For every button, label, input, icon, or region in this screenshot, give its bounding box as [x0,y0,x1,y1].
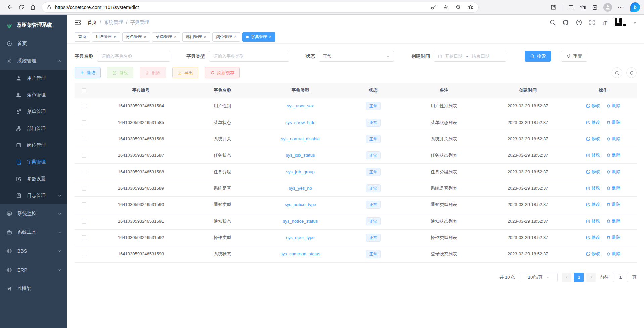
sidebar-item-menu-mgmt[interactable]: 菜单管理 [0,103,67,120]
row-edit-button[interactable]: 修改 [586,251,600,257]
sidebar-item-bbs[interactable]: BBS [0,242,67,261]
dict-type-link[interactable]: sys_oper_type [286,235,315,240]
yi-logo-avatar[interactable] [614,18,626,27]
add-button[interactable]: 新增 [75,67,101,78]
chevron-down-icon[interactable] [633,21,637,25]
tab-role-mgmt[interactable]: 角色管理× [122,32,150,42]
row-delete-button[interactable]: 删除 [606,201,621,207]
row-checkbox[interactable] [82,219,86,224]
tab-dict-mgmt[interactable]: 字典管理× [242,32,275,42]
refresh-table-button[interactable] [626,67,637,78]
dict-type-link[interactable]: sys_common_status [280,251,320,256]
search-button[interactable]: 搜索 [525,51,551,62]
fullscreen-icon[interactable] [589,19,595,26]
page-size-select[interactable]: 10条/页 [520,273,558,282]
zoom-out-icon[interactable] [456,4,461,10]
row-checkbox[interactable] [82,202,86,207]
tab-home[interactable]: 首页 [75,32,90,42]
row-delete-button[interactable]: 删除 [606,152,621,158]
show-search-toggle-button[interactable] [612,67,622,78]
goto-page-input[interactable] [613,273,628,282]
status-select[interactable]: 正常 [319,51,394,62]
tab-user-mgmt[interactable]: 用户管理× [92,32,120,42]
dict-type-link[interactable]: sys_show_hide [285,120,315,125]
sidebar-item-post-mgmt[interactable]: 岗位管理 [0,137,67,154]
favorites-icon[interactable] [580,4,586,10]
row-delete-button[interactable]: 删除 [606,119,621,125]
row-checkbox[interactable] [82,186,86,191]
row-checkbox[interactable] [82,252,86,256]
breadcrumb-item[interactable]: 首页 [87,19,97,26]
dict-type-link[interactable]: sys_user_sex [287,103,314,108]
browser-reload-icon[interactable] [15,2,27,13]
sidebar-item-role-mgmt[interactable]: 角色管理 [0,87,67,103]
browser-back-icon[interactable] [4,2,15,13]
dict-type-link[interactable]: sys_job_status [286,153,315,158]
row-edit-button[interactable]: 修改 [586,201,600,207]
row-edit-button[interactable]: 修改 [586,218,600,224]
dict-type-link[interactable]: sys_yes_no [289,186,312,191]
row-edit-button[interactable]: 修改 [586,185,600,191]
refresh-cache-button[interactable]: 刷新缓存 [205,67,240,78]
split-screen-icon[interactable] [568,4,574,10]
dict-type-link[interactable]: sys_normal_disable [281,136,320,141]
row-delete-button[interactable]: 删除 [606,169,621,175]
row-checkbox[interactable] [82,170,86,174]
row-delete-button[interactable]: 删除 [606,234,621,240]
row-edit-button[interactable]: 修改 [586,152,600,158]
browser-more-icon[interactable]: ⋯ [618,4,625,11]
select-all-checkbox[interactable] [82,88,86,93]
close-tab-icon[interactable]: × [144,35,147,39]
row-checkbox[interactable] [82,235,86,240]
row-edit-button[interactable]: 修改 [586,119,600,125]
font-size-icon[interactable]: TT [602,20,607,26]
row-checkbox[interactable] [82,120,86,125]
tab-dept-mgmt[interactable]: 部门管理× [182,32,211,42]
sidebar-item-dept-mgmt[interactable]: 部门管理 [0,120,67,137]
dict-type-link[interactable]: sys_job_group [286,169,315,174]
delete-button[interactable]: 删除 [140,67,166,78]
dict-type-link[interactable]: sys_notice_type [285,202,316,207]
row-checkbox[interactable] [82,137,86,141]
sidebar-item-system-monitor[interactable]: 系统监控 [0,204,67,223]
row-edit-button[interactable]: 修改 [586,169,600,175]
next-page-button[interactable] [586,273,596,282]
address-bar[interactable]: https://ccnetcore.com:1101/system/dict [42,2,479,13]
browser-home-icon[interactable] [27,2,38,13]
sidebar-item-user-mgmt[interactable]: 用户管理 [0,70,67,87]
row-delete-button[interactable]: 删除 [606,218,621,224]
copilot-icon[interactable]: b [630,2,640,12]
sidebar-item-home[interactable]: 首页 [0,35,67,52]
row-checkbox[interactable] [82,153,86,158]
sidebar-item-system-mgmt[interactable]: 系统管理 [0,52,67,70]
sidebar-item-system-tools[interactable]: 系统工具 [0,223,67,242]
page-number-1[interactable]: 1 [574,273,584,282]
close-tab-icon[interactable]: × [174,35,177,39]
collections-icon[interactable] [592,4,598,10]
row-checkbox[interactable] [82,104,86,108]
row-delete-button[interactable]: 删除 [606,185,621,191]
prev-page-button[interactable] [562,273,571,282]
help-icon[interactable] [576,19,582,26]
sidebar-item-yi-framework[interactable]: Yi框架 [0,279,67,298]
dict-name-input[interactable] [97,51,170,62]
row-delete-button[interactable]: 删除 [606,136,621,142]
row-delete-button[interactable]: 删除 [606,251,621,257]
github-icon[interactable] [563,19,569,26]
date-range-picker[interactable]: 开始日期 - 结束日期 [434,51,506,62]
tab-menu-mgmt[interactable]: 菜单管理× [152,32,180,42]
dict-type-input[interactable] [209,51,289,62]
close-tab-icon[interactable]: × [204,35,207,39]
close-tab-icon[interactable]: × [114,35,117,39]
extensions-icon[interactable] [550,4,556,10]
row-edit-button[interactable]: 修改 [586,136,600,142]
collapse-sidebar-icon[interactable] [75,19,81,26]
row-edit-button[interactable]: 修改 [586,234,600,240]
read-aloud-icon[interactable] [443,4,449,10]
password-key-icon[interactable] [431,4,436,10]
close-tab-icon[interactable]: × [269,35,272,39]
tab-post-mgmt[interactable]: 岗位管理× [212,32,240,42]
sidebar-item-param-settings[interactable]: 参数设置 [0,171,67,187]
dict-type-link[interactable]: sys_notice_status [283,219,318,224]
header-search-icon[interactable] [550,19,556,26]
